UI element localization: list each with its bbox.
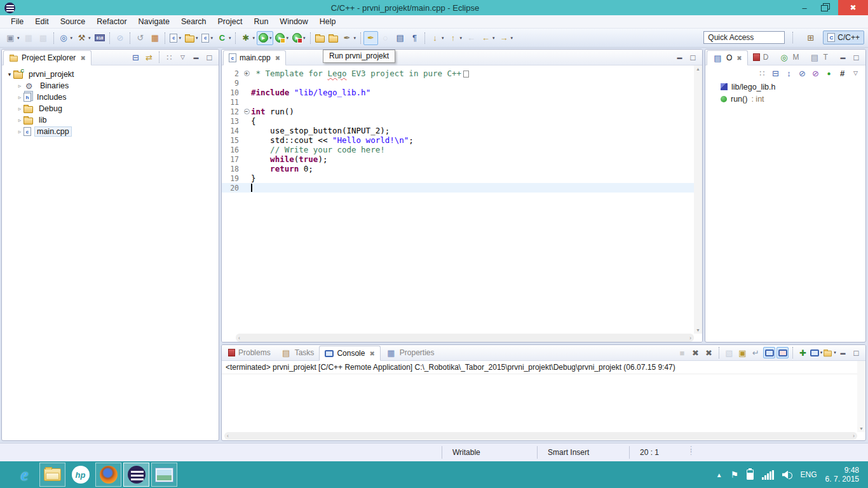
close-icon[interactable]: ✖ [736,55,742,62]
show-stdout-button[interactable] [763,347,775,358]
expand-arrow-icon[interactable]: ▹ [16,128,24,135]
dropdown-arrow-icon[interactable]: ▾ [303,36,306,41]
eclipse-taskbar-button[interactable] [123,463,149,487]
file-explorer-taskbar-button[interactable] [39,463,65,487]
run-button[interactable]: ▶▾ [257,31,274,45]
open-console-button[interactable]: ▾ [824,347,836,358]
fold-margin[interactable]: + [242,71,251,76]
fold-collapse-icon[interactable]: − [244,109,250,114]
new-c-file-button[interactable]: c▾ [168,31,183,45]
minimize-button[interactable]: ▬ [190,51,202,63]
word-wrap-button[interactable]: ↵ [750,347,762,358]
expand-arrow-icon[interactable]: ▹ [16,83,24,89]
photo-viewer-taskbar-button[interactable] [151,463,177,487]
close-icon[interactable]: ✖ [369,350,374,357]
remove-launch-button[interactable]: ✖ [689,347,702,358]
menu-help[interactable]: Help [314,16,342,27]
menu-search[interactable]: Search [175,16,212,27]
focus-button[interactable]: ∷ [756,67,768,79]
menu-file[interactable]: File [5,16,29,27]
make-targets-button[interactable]: ▦ [147,31,162,45]
dropdown-arrow-icon[interactable]: ▾ [269,36,272,41]
code-line-14[interactable]: 14 use_stop_button(INPUT_2); [222,126,694,135]
dropdown-arrow-icon[interactable]: ▾ [834,350,836,355]
new-c-folder-button[interactable]: ▾ [183,31,200,45]
outline-item-lib-lego_lib-h[interactable]: lib/lego_lib.h [705,81,865,93]
expand-arrow-icon[interactable]: ▹ [16,94,24,100]
forward-button[interactable]: →▾ [497,31,515,45]
back-button[interactable]: ←▾ [478,31,497,45]
back-disabled-button[interactable]: ← [464,31,478,45]
minimize-button[interactable]: ▬ [837,347,849,358]
editor-vertical-scrollbar[interactable]: ▲▼ [694,65,702,334]
code-line-10[interactable]: 10#include "lib/lego_lib.h" [222,88,694,97]
focus-button[interactable]: ∷ [163,51,175,63]
minimize-window-button[interactable]: – [795,0,814,15]
tab-outline-d[interactable]: D [748,50,774,65]
network-signal-icon[interactable] [762,470,774,480]
code-line-17[interactable]: 17 while(true); [222,154,694,164]
tree-item-debug[interactable]: ▹Debug [2,103,219,114]
save-all-button[interactable]: ▩ [36,31,51,45]
dropdown-arrow-icon[interactable]: ▾ [820,350,823,355]
build-binary-button[interactable]: 010 [93,31,107,45]
maximize-button[interactable]: □ [203,51,215,63]
close-window-button[interactable]: ✖ [838,0,868,15]
new-class-button[interactable]: C▾ [215,31,233,45]
tab-tasks[interactable]: ▤Tasks [276,345,320,360]
dropdown-arrow-icon[interactable]: ▾ [354,36,356,41]
tab-properties[interactable]: ▦Properties [381,345,440,360]
dropdown-arrow-icon[interactable]: ▾ [442,36,444,41]
maximize-button[interactable]: □ [850,51,862,63]
hide-non-public-button[interactable]: ● [823,67,835,79]
view-menu-button[interactable]: ▽ [850,67,862,79]
outline-item-run-[interactable]: run() : int [705,93,865,105]
pin-console-button[interactable]: ✚ [797,347,809,358]
open-resource-button[interactable] [327,31,340,45]
maximize-button[interactable]: □ [850,347,862,358]
clear-console-button[interactable]: ▧ [723,347,735,358]
show-hidden-icons-button[interactable]: ▲ [716,471,722,478]
save-button[interactable]: ▦ [22,31,36,45]
code-line-18[interactable]: 18 return 0; [222,164,694,173]
build-button[interactable]: ⚒▾ [74,31,93,45]
tab-console[interactable]: Console✖ [319,346,380,361]
tab-outline-t[interactable]: ▤T [804,50,832,65]
clock[interactable]: 9:48 6. 7. 2015 [825,466,862,484]
code-line-20[interactable]: 20 [222,183,694,193]
dropdown-arrow-icon[interactable]: ▾ [492,36,495,41]
open-type-button[interactable] [313,31,327,45]
code-area[interactable]: 2+ * Template for Lego EV3 project in pu… [222,65,694,334]
fold-expand-icon[interactable]: + [244,71,250,76]
tree-item-lib[interactable]: ▹lib [2,114,219,126]
hide-static-button[interactable]: ⊘ [810,67,822,79]
link-with-editor-button[interactable]: ⇄ [143,51,155,63]
firefox-taskbar-button[interactable] [95,463,121,487]
display-console-button[interactable]: ▾ [810,347,822,358]
cpp-perspective-button[interactable]: CC/C++ [823,30,864,44]
expand-arrow-icon[interactable]: ▾ [6,71,13,78]
debug-compass-button[interactable]: ◎▾ [57,31,75,45]
console-vertical-scrollbar[interactable]: ▼ [857,361,865,432]
dropdown-arrow-icon[interactable]: ▾ [286,36,288,41]
dropdown-arrow-icon[interactable]: ▾ [17,36,20,41]
dropdown-arrow-icon[interactable]: ▾ [229,36,231,41]
terminate-button[interactable]: ■ [676,347,688,358]
code-line-19[interactable]: 19} [222,173,694,183]
close-icon[interactable]: ✖ [275,55,280,62]
hide-macros-button[interactable]: # [836,67,848,79]
tree-item-prvni_projekt[interactable]: ▾prvni_projekt [2,69,219,80]
close-icon[interactable]: ✖ [80,55,85,62]
code-line-11[interactable]: 11 [222,97,694,107]
view-menu-button[interactable]: ▽ [177,51,189,63]
search-toggle-button[interactable]: ⊘ [112,31,127,45]
show-whitespace-button[interactable]: ¶ [407,31,422,45]
code-line-9[interactable]: 9 [222,78,694,88]
dropdown-arrow-icon[interactable]: ▾ [71,36,73,41]
tab-outline-m[interactable]: ◎M [773,50,804,65]
hp-taskbar-button[interactable]: hp [67,463,93,487]
console-output[interactable] [222,374,857,432]
action-center-icon[interactable]: ⚑ [731,470,739,480]
menu-navigate[interactable]: Navigate [133,16,175,27]
console-horizontal-scrollbar[interactable]: ‹› [224,432,857,440]
